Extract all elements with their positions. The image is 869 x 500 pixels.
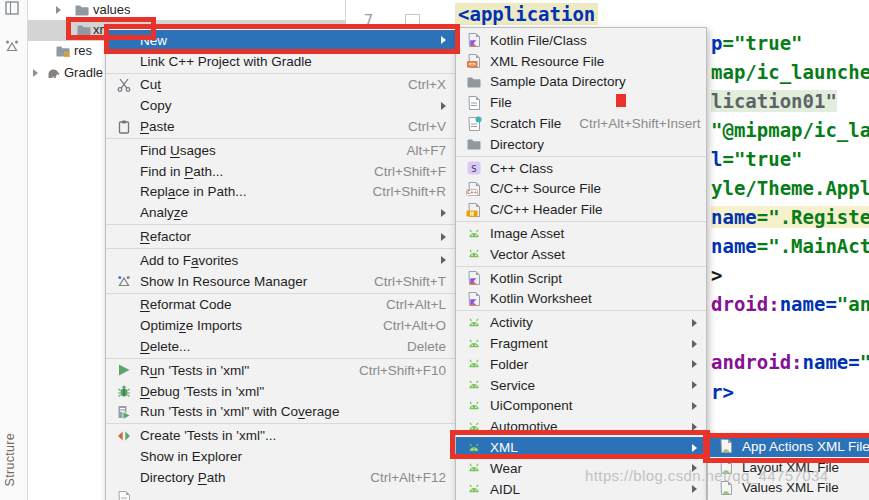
code-token: name	[711, 235, 757, 257]
menu-item-shortcut: Ctrl+Alt+L	[368, 297, 446, 312]
android-icon	[466, 226, 482, 242]
menu-item-shortcut: Ctrl+Alt+Shift+Insert	[561, 116, 700, 131]
code-token: map/ic_launcher	[711, 61, 869, 83]
code-token: "a	[860, 351, 869, 373]
menu-item-label: UiComponent	[490, 398, 573, 413]
new-submenu-item-c-c-header-file[interactable]: HC/C++ Header File	[456, 199, 706, 220]
menu-item-label: Wear	[490, 461, 522, 476]
annotation-box-xml-item	[450, 430, 710, 459]
code-token: ="true"	[722, 32, 802, 54]
icon-column	[466, 398, 490, 414]
menu-item-label: Sample Data Directory	[490, 74, 626, 89]
submenu-arrow-icon	[441, 256, 446, 264]
context-menu-item-create-tests-in-xml[interactable]: Create 'Tests in 'xml''...	[106, 425, 455, 446]
context-menu-item-run-tests-in-xml[interactable]: Run 'Tests in 'xml''Ctrl+Shift+F10	[106, 360, 455, 381]
context-menu-item-paste[interactable]: PasteCtrl+V	[106, 116, 455, 137]
icon-column	[466, 116, 490, 132]
menu-item-shortcut: Delete	[389, 339, 446, 354]
context-menu-item-find-in-path[interactable]: Find in Path...Ctrl+Shift+F	[106, 161, 455, 182]
new-submenu-item-vector-asset[interactable]: Vector Asset	[456, 244, 706, 265]
code-matched-tag: <application	[455, 3, 598, 25]
new-submenu-item-c-class[interactable]: SC++ Class	[456, 158, 706, 179]
icon-column	[116, 362, 140, 378]
new-submenu-item-activity[interactable]: Activity	[456, 312, 706, 333]
tool-window-icon[interactable]	[4, 0, 20, 16]
new-submenu-item-sample-data-directory[interactable]: Sample Data Directory	[456, 72, 706, 93]
new-submenu-item-c-c-source-file[interactable]: C++C/C++ Source File	[456, 179, 706, 200]
coverage-icon	[116, 404, 132, 420]
menu-item-label: Replace in Path...	[140, 184, 247, 199]
menu-item-label: Debug 'Tests in 'xml''	[140, 384, 264, 399]
scissors-icon	[116, 77, 132, 93]
structure-tab[interactable]: Structure	[3, 433, 17, 486]
menu-item-label: Analyze	[140, 205, 188, 220]
icon-column: S	[466, 160, 490, 176]
new-submenu-item-uicomponent[interactable]: UiComponent	[456, 396, 706, 417]
structure-tool-icon[interactable]	[4, 38, 20, 54]
context-menu-item-copy[interactable]: Copy	[106, 95, 455, 116]
new-submenu-item-kotlin-worksheet[interactable]: Kotlin Worksheet	[456, 289, 706, 310]
context-menu-item-analyze[interactable]: Analyze	[106, 202, 455, 223]
context-menu-item-refactor[interactable]: Refactor	[106, 226, 455, 247]
menu-item-shortcut: Ctrl+Alt+F12	[352, 470, 446, 485]
cpp-class-icon: S	[466, 160, 482, 176]
context-menu-item-cut[interactable]: CutCtrl+X	[106, 75, 455, 96]
context-menu-item-show-in-explorer[interactable]: Show in Explorer	[106, 446, 455, 467]
new-submenu-item-image-asset[interactable]: Image Asset	[456, 223, 706, 244]
context-menu-item-item[interactable]	[106, 488, 455, 500]
icon-column	[116, 490, 140, 500]
new-submenu-item-directory[interactable]: Directory	[456, 134, 706, 155]
new-submenu-item-xml-resource-file[interactable]: <>XML Resource File	[456, 51, 706, 72]
new-submenu-item-file[interactable]: File	[456, 92, 706, 113]
resource-manager-icon	[116, 273, 132, 289]
context-menu-item-optimize-imports[interactable]: Optimize ImportsCtrl+Alt+O	[106, 315, 455, 336]
submenu-arrow-icon	[692, 340, 697, 348]
new-submenu-item-kotlin-script[interactable]: Kotlin Script	[456, 268, 706, 289]
menu-item-label: Copy	[140, 98, 172, 113]
context-menu-item-show-in-resource-manager[interactable]: Show In Resource ManagerCtrl+Shift+T	[106, 271, 455, 292]
line-number: 6	[366, 0, 375, 4]
context-menu-item-delete[interactable]: Delete...Delete	[106, 336, 455, 357]
menu-item-label: Reformat Code	[140, 297, 232, 312]
annotation-dot	[616, 94, 626, 107]
menu-item-label: Activity	[490, 315, 533, 330]
menu-separator	[106, 423, 455, 424]
folder-icon	[74, 2, 90, 18]
code-token: =".MainActi	[757, 235, 869, 257]
menu-item-label: Directory	[490, 137, 544, 152]
folder-icon	[466, 74, 482, 90]
menu-item-label: Refactor	[140, 229, 191, 244]
context-menu-item-add-to-favorites[interactable]: Add to Favorites	[106, 250, 455, 271]
menu-item-shortcut: Ctrl+X	[390, 77, 446, 92]
expand-arrow-icon[interactable]	[33, 69, 38, 77]
menu-item-label: XML Resource File	[490, 54, 604, 69]
expand-arrow-icon[interactable]	[56, 6, 61, 14]
kotlin-icon	[466, 291, 482, 307]
context-menu-item-find-usages[interactable]: Find UsagesAlt+F7	[106, 140, 455, 161]
android-icon	[466, 356, 482, 372]
menu-item-label: Find in Path...	[140, 164, 223, 179]
annotation-box-new-item	[104, 24, 460, 54]
context-menu-item-directory-path[interactable]: Directory PathCtrl+Alt+F12	[106, 467, 455, 488]
context-menu-item-replace-in-path[interactable]: Replace in Path...Ctrl+Shift+R	[106, 182, 455, 203]
context-menu-item-debug-tests-in-xml[interactable]: Debug 'Tests in 'xml''	[106, 381, 455, 402]
submenu-arrow-icon	[441, 233, 446, 241]
icon-column	[116, 404, 140, 420]
submenu-arrow-icon	[692, 319, 697, 327]
context-menu-item-reformat-code[interactable]: Reformat CodeCtrl+Alt+L	[106, 295, 455, 316]
new-submenu-item-fragment[interactable]: Fragment	[456, 333, 706, 354]
code-token: yle/Theme.Appli	[711, 177, 869, 199]
new-submenu-item-scratch-file[interactable]: Scratch FileCtrl+Alt+Shift+Insert	[456, 113, 706, 134]
kotlin-icon	[466, 32, 482, 48]
new-submenu-item-folder[interactable]: Folder	[456, 354, 706, 375]
code-token: "@mipmap/ic_lau	[711, 119, 869, 141]
menu-item-label: Find Usages	[140, 143, 216, 158]
icon-column	[116, 119, 140, 135]
code-line: name=".MainActi	[711, 235, 869, 257]
android-icon	[466, 481, 482, 497]
code-line: l="true"	[711, 148, 803, 170]
context-menu-item-run-tests-in-xml-with-coverage[interactable]: Run 'Tests in 'xml'' with Coverage	[106, 402, 455, 423]
new-submenu-item-service[interactable]: Service	[456, 375, 706, 396]
new-submenu-item-kotlin-file-class[interactable]: Kotlin File/Class	[456, 30, 706, 51]
icon-column	[466, 336, 490, 352]
